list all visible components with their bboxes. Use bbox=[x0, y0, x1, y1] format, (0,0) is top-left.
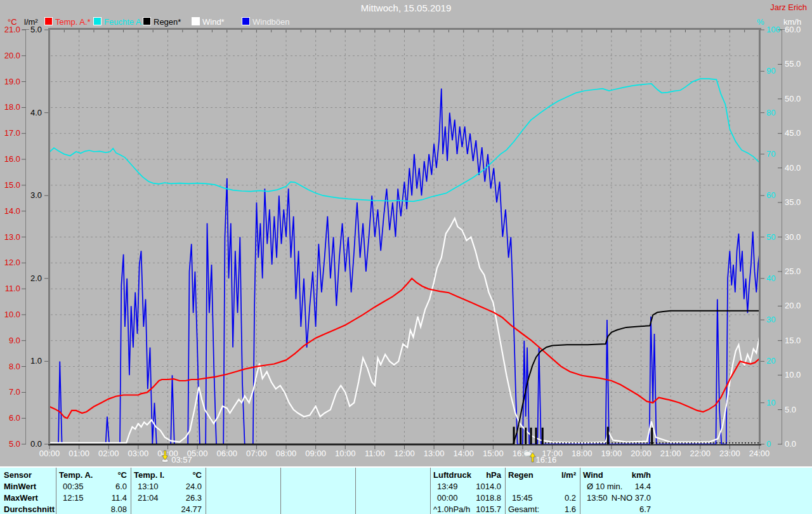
event-marker-time: 16:16 bbox=[536, 455, 557, 465]
rain-bar bbox=[542, 428, 544, 444]
rain-tick-labels-label: 5.0 bbox=[30, 25, 42, 34]
windspeed-tick-labels-label: 10.0 bbox=[785, 370, 801, 379]
row-label: Durchschnitt bbox=[4, 504, 55, 514]
weather-chart-plot: 21.020.019.018.017.016.015.014.013.012.0… bbox=[0, 0, 812, 467]
windspeed-tick-labels-label: 40.0 bbox=[785, 163, 801, 173]
time-tick-labels-label: 11:00 bbox=[365, 449, 385, 458]
table-cell-value: 1015.7 bbox=[433, 504, 501, 514]
rain-tick-labels-label: 3.0 bbox=[30, 190, 42, 200]
table-separator bbox=[580, 468, 580, 514]
windspeed-tick-labels-label: 5.0 bbox=[785, 405, 796, 414]
time-tick-labels-label: 10:00 bbox=[335, 449, 356, 458]
table-separator bbox=[131, 468, 131, 514]
windspeed-tick-labels: 60.055.050.045.040.035.030.025.020.015.0… bbox=[785, 25, 801, 449]
time-tick-labels-label: 03:00 bbox=[128, 449, 149, 458]
windspeed-tick-labels-label: 60.0 bbox=[785, 25, 801, 34]
rain-bar bbox=[525, 428, 527, 444]
table-cell-value: 8.08 bbox=[58, 504, 127, 514]
time-tick-labels-label: 13:00 bbox=[424, 449, 445, 458]
temp-tick-labels-label: 21.0 bbox=[4, 25, 20, 34]
row-label: MaxWert bbox=[4, 493, 55, 503]
table-cell-value: 24.77 bbox=[133, 504, 202, 514]
table-cell-value: 0.2 bbox=[508, 493, 576, 503]
time-tick-labels-label: 22:00 bbox=[690, 449, 710, 458]
temp-tick-labels-label: 14.0 bbox=[4, 206, 20, 216]
time-tick-labels-label: 02:00 bbox=[98, 449, 119, 458]
time-tick-labels-label: 00:00 bbox=[39, 449, 60, 458]
temp-tick-labels-label: 6.0 bbox=[9, 413, 20, 423]
rain-bar bbox=[535, 428, 537, 444]
temp-tick-labels-label: 18.0 bbox=[4, 102, 20, 112]
time-tick-labels-label: 12:00 bbox=[394, 449, 415, 458]
table-group-unit: °C bbox=[58, 470, 127, 480]
windspeed-tick-labels-label: 30.0 bbox=[785, 232, 801, 242]
windspeed-tick-labels-label: 45.0 bbox=[785, 128, 801, 138]
rain-tick-labels-label: 0.0 bbox=[30, 439, 42, 449]
humidity-tick-labels-label: 100 bbox=[766, 25, 780, 34]
table-separator bbox=[505, 468, 506, 514]
humidity-tick-labels-label: 90 bbox=[766, 66, 775, 76]
rain-bar bbox=[651, 428, 653, 444]
temp-tick-labels-label: 19.0 bbox=[4, 77, 20, 86]
temp-tick-labels-label: 17.0 bbox=[4, 128, 20, 138]
table-cell-value: 1018.8 bbox=[433, 493, 501, 503]
temp-tick-labels-label: 10.0 bbox=[4, 310, 20, 319]
table-cell-value: 26.3 bbox=[133, 493, 202, 503]
time-tick-labels-label: 21:00 bbox=[660, 449, 681, 458]
temp-tick-labels: 21.020.019.018.017.016.015.014.013.012.0… bbox=[4, 25, 20, 449]
table-cell-value: 6.0 bbox=[58, 482, 127, 492]
temp-tick-labels-label: 11.0 bbox=[5, 284, 20, 293]
temp-tick-labels-label: 8.0 bbox=[9, 362, 20, 371]
table-cell-value: 1.6 bbox=[508, 504, 576, 514]
table-cell-value: 1014.0 bbox=[433, 482, 501, 492]
table-separator bbox=[430, 468, 431, 514]
time-tick-labels-label: 23:00 bbox=[719, 449, 740, 458]
rain-bar bbox=[520, 428, 521, 444]
rain-tick-labels-label: 1.0 bbox=[30, 356, 42, 366]
time-tick-labels-label: 19:00 bbox=[601, 449, 622, 458]
table-separator bbox=[280, 468, 281, 514]
rain-tick-labels-label: 4.0 bbox=[30, 108, 42, 117]
temp-tick-labels-label: 5.0 bbox=[9, 439, 20, 449]
humidity-tick-labels-label: 30 bbox=[766, 315, 775, 324]
rain-bar bbox=[607, 427, 609, 444]
time-tick-labels-label: 01:00 bbox=[69, 449, 89, 458]
humidity-tick-labels-label: 20 bbox=[766, 356, 775, 366]
rain-tick-labels: 5.04.03.02.01.00.0 bbox=[30, 25, 42, 449]
table-separator bbox=[56, 468, 56, 514]
plot-border-left bbox=[48, 28, 50, 444]
weather-app-window: Mittwoch, 15.05.2019 Jarz Erich °C l/m² … bbox=[0, 0, 812, 514]
humidity-tick-labels-label: 80 bbox=[766, 108, 775, 117]
table-group-unit: km/h bbox=[582, 470, 651, 480]
time-tick-labels-label: 07:00 bbox=[246, 449, 267, 458]
time-tick-labels-label: 15:00 bbox=[483, 449, 504, 458]
time-tick-labels-label: 06:00 bbox=[216, 449, 237, 458]
windspeed-tick-labels-label: 55.0 bbox=[785, 59, 801, 69]
table-cell-value: 6.7 bbox=[582, 504, 651, 514]
humidity-tick-labels-label: 10 bbox=[766, 398, 775, 407]
windspeed-tick-labels-label: 35.0 bbox=[785, 197, 801, 207]
windspeed-tick-labels-label: 0.0 bbox=[785, 439, 796, 449]
table-cell-value: 11.4 bbox=[58, 493, 127, 503]
table-cell-value: N-NO 37.0 bbox=[582, 493, 651, 503]
time-tick-labels-label: 14:00 bbox=[453, 449, 474, 458]
humidity-tick-labels-label: 50 bbox=[766, 232, 775, 242]
humidity-tick-labels-label: 70 bbox=[766, 149, 775, 159]
time-tick-labels-label: 24:00 bbox=[749, 449, 770, 458]
row-label: MinWert bbox=[4, 482, 55, 492]
time-tick-labels-label: 09:00 bbox=[305, 449, 326, 458]
temp-tick-labels-label: 15.0 bbox=[4, 180, 20, 190]
time-tick-labels-label: 08:00 bbox=[276, 449, 297, 458]
time-tick-labels-label: 18:00 bbox=[572, 449, 593, 458]
statistics-table: SensorMinWertMaxWertDurchschnittTemp. A.… bbox=[0, 466, 812, 514]
time-tick-labels-label: 20:00 bbox=[631, 449, 652, 458]
event-marker-time: 03:57 bbox=[171, 455, 192, 465]
rain-tick-labels-label: 2.0 bbox=[30, 273, 42, 283]
arrow-up-event-icon bbox=[524, 452, 532, 456]
table-cell-value: 24.0 bbox=[133, 482, 202, 492]
table-separator bbox=[355, 468, 356, 514]
windspeed-tick-labels-label: 25.0 bbox=[785, 267, 801, 276]
windspeed-tick-labels-label: 50.0 bbox=[785, 94, 801, 103]
plot-border-right bbox=[759, 28, 761, 444]
plot-border-top bbox=[48, 28, 761, 30]
